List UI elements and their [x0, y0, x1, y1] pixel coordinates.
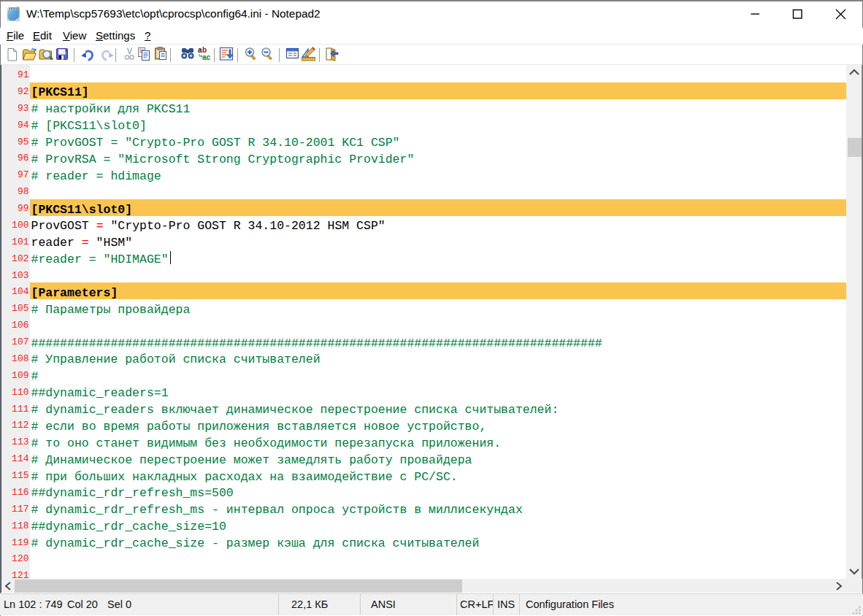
svg-text:ac: ac [202, 53, 211, 61]
